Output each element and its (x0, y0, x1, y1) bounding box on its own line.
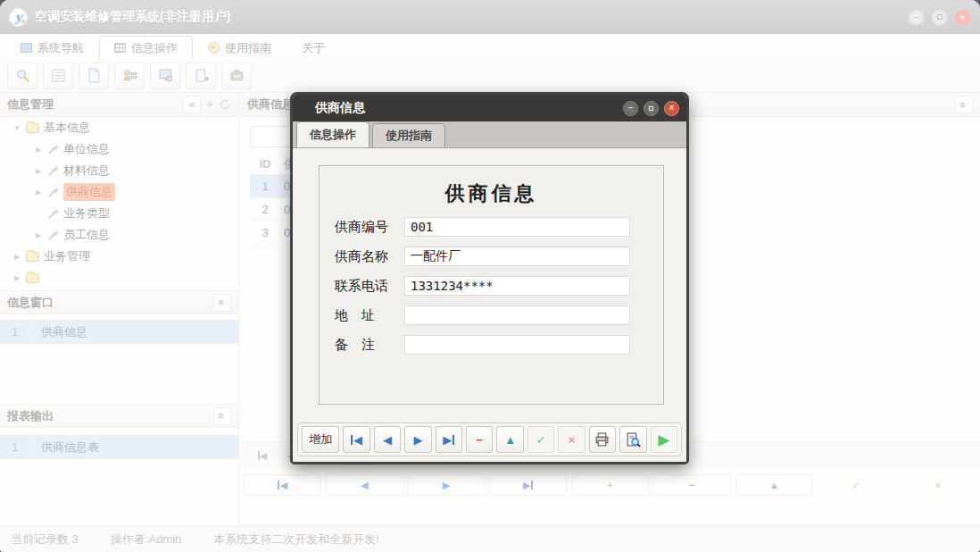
edit-icon: ▲ (504, 433, 516, 447)
remark-input[interactable] (404, 335, 630, 355)
form-title: 供商信息 (320, 180, 663, 207)
add-button-label: 增加 (309, 431, 332, 447)
address-label: 地 址 (335, 307, 404, 324)
dialog-cancel-button[interactable]: × (558, 426, 585, 453)
next-icon: ▶ (413, 433, 422, 447)
dialog-titlebar: 供商信息 − × (293, 95, 686, 121)
contact-phone-input[interactable] (404, 276, 630, 296)
prev-icon: ◀ (383, 433, 392, 447)
dialog-tabbar: 信息操作 使用指南 (293, 121, 686, 148)
dialog-close-button[interactable]: × (664, 101, 679, 116)
print-icon (594, 432, 610, 447)
dialog-last-button[interactable]: ▶ (436, 426, 462, 453)
supplier-code-label: 供商编号 (335, 219, 404, 236)
dialog-tab-user-guide[interactable]: 使用指南 (372, 123, 445, 147)
supplier-name-label: 供商名称 (335, 248, 404, 265)
remark-label: 备 注 (335, 337, 404, 354)
dialog-delete-button[interactable]: − (466, 426, 493, 453)
print-button[interactable] (589, 426, 616, 453)
first-icon: ◀ (353, 433, 362, 447)
supplier-name-input[interactable] (404, 247, 630, 266)
run-button[interactable]: ▶ (651, 426, 677, 453)
preview-icon (626, 432, 641, 447)
close-icon: × (669, 104, 675, 113)
dialog-prev-button[interactable]: ◀ (374, 426, 401, 453)
supplier-info-dialog: 供商信息 − × 信息操作 使用指南 供商信息 供商编号 供商名称 联系电话 (290, 92, 689, 464)
dialog-confirm-button[interactable]: ✓ (527, 426, 554, 453)
tab-label: 信息操作 (310, 127, 356, 143)
dialog-body: 供商信息 供商编号 供商名称 联系电话 地 址 备 注 (293, 149, 686, 462)
dialog-maximize-button[interactable] (644, 101, 659, 116)
minimize-icon: − (628, 104, 634, 113)
delete-icon: − (476, 433, 483, 447)
run-icon: ▶ (658, 431, 669, 449)
address-input[interactable] (404, 305, 630, 325)
dialog-title: 供商信息 (315, 100, 365, 116)
dialog-first-button[interactable]: ◀ (343, 426, 370, 453)
maximize-icon (649, 106, 653, 111)
add-record-button[interactable]: 增加 (302, 426, 339, 453)
confirm-icon: ✓ (536, 433, 546, 447)
cancel-icon: × (569, 433, 576, 447)
dialog-edit-button[interactable]: ▲ (496, 426, 523, 453)
tab-label: 使用指南 (386, 128, 432, 144)
supplier-form-panel: 供商信息 供商编号 供商名称 联系电话 地 址 备 注 (319, 165, 664, 405)
contact-phone-label: 联系电话 (335, 278, 404, 295)
dialog-next-button[interactable]: ▶ (404, 426, 431, 453)
dialog-tab-info-operate[interactable]: 信息操作 (296, 121, 370, 147)
dialog-minimize-button[interactable]: − (623, 101, 638, 116)
supplier-code-input[interactable] (404, 217, 630, 237)
dialog-record-toolbar: 增加 ◀ ◀ ▶ ▶ − ▲ ✓ × ▶ (297, 422, 682, 456)
last-icon: ▶ (443, 433, 452, 447)
preview-button[interactable] (619, 426, 646, 453)
